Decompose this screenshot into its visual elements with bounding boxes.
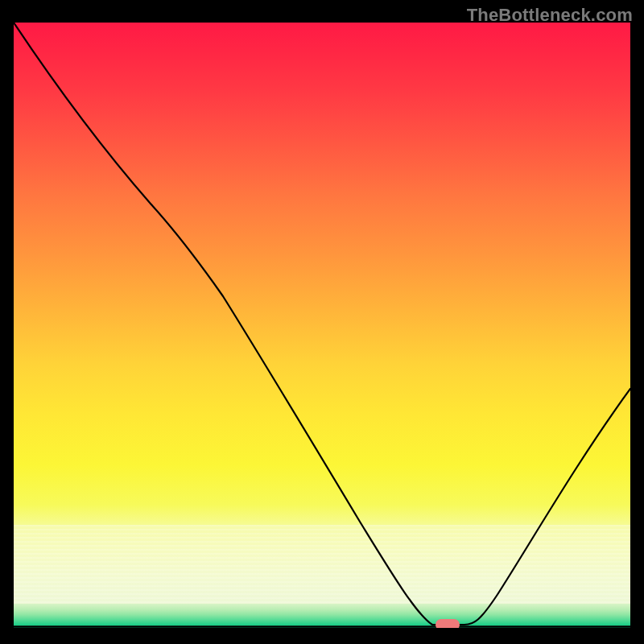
plot-area	[14, 23, 630, 628]
optimal-marker	[436, 619, 460, 628]
watermark-text: TheBottleneck.com	[467, 5, 633, 26]
chart-svg	[14, 23, 630, 628]
chart-frame: TheBottleneck.com	[0, 0, 644, 644]
bottleneck-curve	[14, 23, 630, 625]
